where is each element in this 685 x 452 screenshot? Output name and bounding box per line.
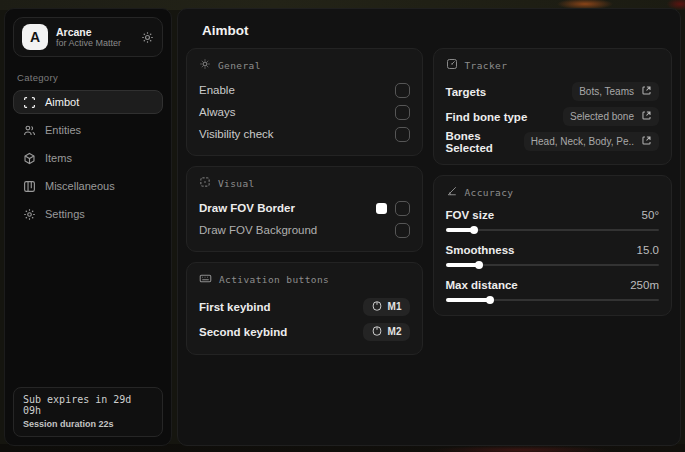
- find-bone-type-select[interactable]: Selected bone: [563, 107, 659, 126]
- mouse-icon: [371, 326, 383, 338]
- general-card: General Enable Always Visibility check: [186, 48, 423, 156]
- keybind-label: Second keybind: [199, 326, 287, 338]
- first-keybind-button[interactable]: M1: [363, 298, 410, 316]
- sidebar-item-settings[interactable]: Settings: [13, 202, 163, 226]
- setting-row: Enable: [199, 79, 410, 101]
- sidebar-item-items[interactable]: Items: [13, 146, 163, 170]
- frame-icon: [199, 176, 211, 190]
- brand-header: A Arcane for Active Matter: [13, 17, 163, 57]
- second-keybind-button[interactable]: M2: [363, 323, 410, 341]
- select-row: Find bone type Selected bone: [446, 104, 660, 129]
- crosshair-scan-icon: [23, 96, 36, 109]
- card-title: Accuracy: [465, 187, 514, 198]
- slider-value: 15.0: [637, 244, 659, 256]
- slider-label: FOV size: [446, 209, 495, 221]
- always-checkbox[interactable]: [395, 105, 410, 120]
- main-panel: Aimbot General Enable: [177, 8, 681, 446]
- slider-row: Max distance 250m: [446, 276, 660, 305]
- slider-row: FOV size 50°: [446, 206, 660, 235]
- draw-fov-border-checkbox[interactable]: [395, 201, 410, 216]
- select-value: Bots, Teams: [579, 86, 634, 97]
- slider-fill[interactable]: [446, 263, 479, 267]
- sidebar-item-label: Settings: [45, 208, 85, 220]
- keybind-label: First keybind: [199, 301, 271, 313]
- sidebar-item-label: Entities: [45, 124, 81, 136]
- slider-value: 50°: [642, 209, 659, 221]
- category-nav: Aimbot Entities: [13, 90, 163, 226]
- select-label: Bones Selected: [446, 130, 524, 154]
- session-duration-text: Session duration 22s: [23, 419, 153, 429]
- cheat-menu-window: A Arcane for Active Matter Category: [0, 0, 685, 452]
- setting-label: Always: [199, 106, 235, 118]
- columns-icon: [23, 180, 36, 193]
- page-title: Aimbot: [202, 23, 672, 38]
- setting-label: Visibility check: [199, 128, 274, 140]
- people-icon: [23, 124, 36, 137]
- card-title: Tracker: [465, 60, 508, 71]
- select-label: Find bone type: [446, 111, 528, 123]
- max-distance-slider[interactable]: [446, 295, 660, 305]
- slider-row: Smoothness 15.0: [446, 241, 660, 270]
- gear-icon: [23, 208, 36, 221]
- visibility-check-checkbox[interactable]: [395, 127, 410, 142]
- gear-icon[interactable]: [141, 31, 154, 44]
- fov-border-color-swatch[interactable]: [376, 203, 387, 214]
- setting-label: Draw FOV Background: [199, 224, 317, 236]
- select-row: Targets Bots, Teams: [446, 79, 660, 104]
- select-row: Bones Selected Head, Neck, Body, Pe..: [446, 129, 660, 154]
- card-title: Visual: [218, 178, 255, 189]
- keyboard-icon: [199, 272, 212, 287]
- expand-icon: [641, 135, 652, 148]
- slider-label: Max distance: [446, 279, 518, 291]
- keybind-value: M2: [388, 326, 402, 337]
- card-title: General: [218, 60, 261, 71]
- sub-expires-text: Sub expires in 29d 09h: [23, 394, 153, 416]
- keybind-value: M1: [388, 301, 402, 312]
- radar-icon: [446, 58, 458, 72]
- sidebar-item-label: Miscellaneous: [45, 180, 115, 192]
- keybind-row: Second keybind M2: [199, 319, 410, 344]
- sidebar: A Arcane for Active Matter Category: [4, 8, 172, 446]
- sidebar-item-label: Items: [45, 152, 72, 164]
- select-label: Targets: [446, 86, 487, 98]
- slider-fill[interactable]: [446, 298, 491, 302]
- targets-select[interactable]: Bots, Teams: [572, 82, 659, 101]
- smoothness-slider[interactable]: [446, 260, 660, 270]
- slider-value: 250m: [630, 279, 659, 291]
- keybind-row: First keybind M1: [199, 294, 410, 319]
- select-value: Head, Neck, Body, Pe..: [531, 136, 634, 147]
- bones-selected-select[interactable]: Head, Neck, Body, Pe..: [524, 132, 659, 151]
- sun-settings-icon: [199, 58, 211, 72]
- setting-row: Draw FOV Border: [199, 197, 410, 219]
- sidebar-item-aimbot[interactable]: Aimbot: [13, 90, 163, 114]
- brand-subtitle: for Active Matter: [56, 38, 133, 48]
- accuracy-card: Accuracy FOV size 50°: [433, 175, 673, 316]
- setting-row: Visibility check: [199, 123, 410, 145]
- setting-row: Draw FOV Background: [199, 219, 410, 241]
- cube-icon: [23, 152, 36, 165]
- activation-buttons-card: Activation buttons First keybind M1: [186, 262, 423, 355]
- category-label: Category: [17, 72, 159, 83]
- mouse-icon: [371, 301, 383, 313]
- visual-card: Visual Draw FOV Border Draw FOV Backgrou…: [186, 166, 423, 252]
- setting-label: Enable: [199, 84, 235, 96]
- select-value: Selected bone: [570, 111, 634, 122]
- slider-fill[interactable]: [446, 228, 475, 232]
- sidebar-item-label: Aimbot: [45, 96, 79, 108]
- expand-icon: [641, 110, 652, 123]
- draw-fov-background-checkbox[interactable]: [395, 223, 410, 238]
- sidebar-item-entities[interactable]: Entities: [13, 118, 163, 142]
- card-title: Activation buttons: [219, 274, 329, 285]
- setting-row: Always: [199, 101, 410, 123]
- slider-label: Smoothness: [446, 244, 515, 256]
- brand-logo: A: [22, 24, 48, 50]
- subscription-info-box: Sub expires in 29d 09h Session duration …: [13, 387, 163, 437]
- setting-label: Draw FOV Border: [199, 202, 295, 214]
- fov-size-slider[interactable]: [446, 225, 660, 235]
- angle-icon: [446, 185, 458, 199]
- tracker-card: Tracker Targets Bots, Teams: [433, 48, 673, 165]
- expand-icon: [641, 85, 652, 98]
- enable-checkbox[interactable]: [395, 83, 410, 98]
- sidebar-item-miscellaneous[interactable]: Miscellaneous: [13, 174, 163, 198]
- brand-title: Arcane: [56, 26, 133, 38]
